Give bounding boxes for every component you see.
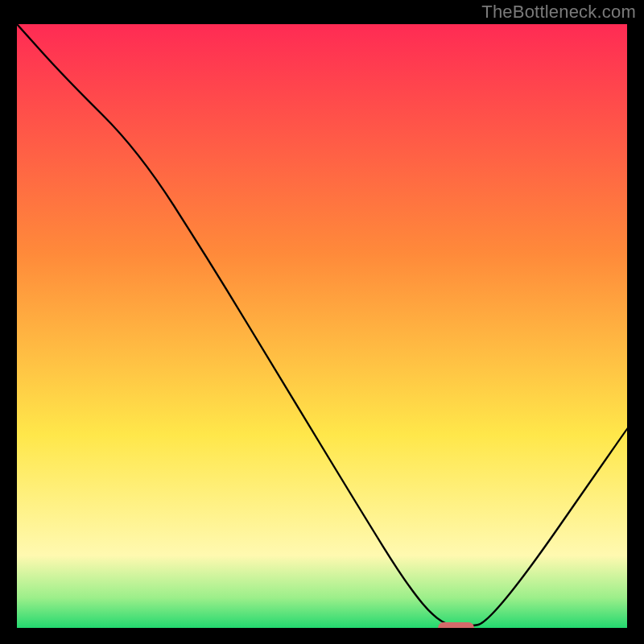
chart-frame: TheBottleneck.com: [0, 0, 644, 644]
watermark-text: TheBottleneck.com: [481, 2, 636, 23]
gradient-background: [17, 24, 627, 628]
plot-svg: [17, 24, 627, 628]
plot-area: [17, 24, 627, 628]
optimal-marker: [438, 622, 474, 628]
